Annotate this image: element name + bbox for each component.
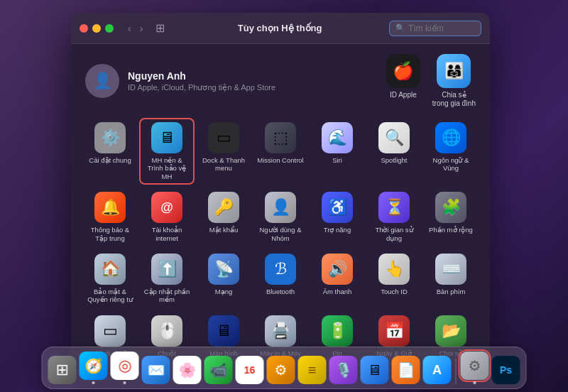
podcasts-dock-icon: 🎙️: [329, 356, 358, 384]
traffic-lights: [80, 24, 114, 33]
screentime-label: Thời gian sử dụng: [371, 226, 417, 242]
avatar[interactable]: 👤: [85, 64, 119, 98]
user-info: Nguyen Anh ID Apple, iCloud, Phương tiện…: [128, 70, 377, 92]
sw-update-label: Cập nhật phần mềm: [143, 288, 190, 304]
chrome-dock-icon: ◎: [111, 352, 139, 380]
accessibility-icon: ♿: [322, 192, 353, 223]
dock-item-preferences[interactable]: ⚙: [267, 356, 295, 384]
settings-item-language[interactable]: 🌐 Ngôn ngữ & Vùng: [423, 118, 479, 185]
dock-item-photos[interactable]: 🌸: [173, 356, 202, 384]
mission-icon: ⬚: [265, 122, 296, 153]
dock-item-keynote-dock[interactable]: 🖥: [361, 356, 389, 384]
close-button[interactable]: [80, 24, 88, 33]
safari-dock-icon: 🧭: [80, 352, 108, 380]
password-icon: 🔑: [208, 192, 239, 223]
safari-dot: [92, 381, 95, 384]
dock-item-pages[interactable]: 📄: [392, 356, 420, 384]
touchid-label: Touch ID: [381, 288, 408, 295]
settings-item-keyboard[interactable]: ⌨️ Bàn phím: [423, 249, 479, 308]
desktop-label: MH nền & Trình bảo vệ MH: [143, 156, 190, 180]
language-label: Ngôn ngữ & Vùng: [427, 156, 474, 173]
trackpad-icon: ▭: [94, 315, 126, 347]
settings-item-touchid[interactable]: 👆 Touch ID: [366, 249, 422, 308]
settings-item-bluetooth[interactable]: ℬ Bluetooth: [253, 249, 308, 308]
user-section: 👤 Nguyen Anh ID Apple, iCloud, Phương ti…: [71, 44, 490, 115]
notes-dock-icon: ≡: [298, 356, 327, 384]
settings-item-network[interactable]: 📡 Mạng: [196, 249, 251, 308]
security-label: Bảo mật & Quyền riêng tư: [87, 288, 133, 304]
settings-item-extensions[interactable]: 🧩 Phần mở rộng: [423, 187, 479, 246]
dock-separator: [456, 359, 457, 384]
maximize-button[interactable]: [105, 24, 114, 33]
mouse-icon: 🖱️: [151, 315, 182, 347]
launchpad-dock-icon: ⊞: [48, 356, 77, 384]
family-share-icon: 👨‍👩‍👧: [437, 54, 471, 88]
ps-dock-dock-icon: Ps: [492, 356, 520, 384]
dock-item-safari[interactable]: 🧭: [80, 352, 108, 384]
appstore-dock-dock-icon: A: [423, 356, 452, 384]
users-icon: 👤: [265, 192, 296, 223]
settings-item-internet[interactable]: @ Tài khoản internet: [139, 187, 195, 246]
search-input[interactable]: [408, 23, 472, 33]
back-arrow[interactable]: ‹: [125, 21, 134, 36]
avatar-icon: 👤: [93, 72, 112, 90]
dock-item-podcasts[interactable]: 🎙️: [329, 356, 358, 384]
spotlight-icon: 🔍: [378, 122, 410, 153]
dock-item-syspref-dock[interactable]: ⚙: [461, 352, 489, 384]
settings-item-sw-update[interactable]: ⬆️ Cập nhật phần mềm: [139, 249, 195, 308]
grid-view-icon[interactable]: ⊞: [155, 21, 165, 35]
user-subtitle: ID Apple, iCloud, Phương tiện & App Stor…: [128, 83, 377, 92]
sound-icon: 🔊: [322, 254, 353, 285]
dock-item-launchpad[interactable]: ⊞: [48, 356, 77, 384]
language-icon: 🌐: [435, 122, 466, 153]
titlebar: ‹ › ⊞ Tùy chọn Hệ thống 🔍: [71, 13, 490, 44]
user-name: Nguyen Anh: [128, 70, 377, 82]
bluetooth-icon: ℬ: [265, 254, 296, 285]
dock-item-ps-dock[interactable]: Ps: [492, 356, 520, 384]
battery-icon: 🔋: [322, 315, 353, 347]
dock-item-mail[interactable]: ✉️: [142, 356, 170, 384]
system-preferences-window: ‹ › ⊞ Tùy chọn Hệ thống 🔍 👤 Nguyen Anh I…: [71, 13, 490, 361]
security-icon: 🏠: [94, 254, 126, 285]
settings-item-spotlight[interactable]: 🔍 Spotlight: [366, 118, 422, 185]
dock-item-facetime[interactable]: 📹: [204, 356, 233, 384]
dock-item-calendar[interactable]: 16: [236, 356, 264, 384]
settings-item-screentime[interactable]: ⏳ Thời gian sử dụng: [366, 187, 422, 246]
mission-label: Mission Control: [257, 156, 303, 164]
dock-item-appstore-dock[interactable]: A: [423, 356, 452, 384]
family-share-button[interactable]: 👨‍👩‍👧 Chia sẻtrong gia đình: [432, 54, 476, 108]
users-label: Người dùng & Nhóm: [257, 226, 304, 242]
settings-item-users[interactable]: 👤 Người dùng & Nhóm: [253, 187, 308, 246]
settings-item-accessibility[interactable]: ♿ Trợ năng: [310, 187, 365, 246]
datetime-icon: 📅: [378, 315, 410, 347]
settings-item-desktop[interactable]: 🖥 MH nền & Trình bảo vệ MH: [139, 118, 195, 185]
screentime-icon: ⏳: [378, 192, 410, 223]
calendar-dock-icon: 16: [236, 356, 264, 384]
minimize-button[interactable]: [92, 24, 101, 33]
settings-item-siri[interactable]: 🌊 Siri: [310, 118, 365, 185]
dock-item-chrome[interactable]: ◎: [111, 352, 139, 384]
settings-grid: ⚙️ Cài đặt chung 🖥 MH nền & Trình bảo vệ…: [71, 115, 490, 361]
settings-item-sound[interactable]: 🔊 Âm thanh: [310, 249, 365, 308]
forward-arrow[interactable]: ›: [137, 21, 146, 36]
spotlight-label: Spotlight: [381, 156, 408, 164]
settings-item-dock[interactable]: ▭ Dock & Thanh menu: [196, 118, 251, 185]
syspref-dock-dock-icon: ⚙: [461, 352, 489, 380]
apple-id-button[interactable]: 🍎 ID Apple: [386, 54, 421, 99]
sharing-icon: 📂: [435, 315, 466, 347]
dock-item-notes[interactable]: ≡: [298, 356, 327, 384]
settings-item-notification[interactable]: 🔔 Thông báo & Tập trung: [82, 187, 138, 246]
settings-item-general[interactable]: ⚙️ Cài đặt chung: [82, 118, 138, 185]
siri-icon: 🌊: [322, 122, 353, 153]
settings-item-mission[interactable]: ⬚ Mission Control: [253, 118, 308, 185]
settings-item-password[interactable]: 🔑 Mật khẩu: [196, 187, 251, 246]
chrome-dot: [124, 381, 126, 384]
settings-item-security[interactable]: 🏠 Bảo mật & Quyền riêng tư: [82, 249, 138, 308]
family-share-label: Chia sẻtrong gia đình: [432, 91, 476, 108]
notification-label: Thông báo & Tập trung: [87, 226, 133, 242]
general-label: Cài đặt chung: [89, 156, 131, 164]
sw-update-icon: ⬆️: [151, 254, 182, 285]
window-title: Tùy chọn Hệ thống: [176, 23, 383, 33]
nav-arrows: ‹ ›: [125, 21, 146, 36]
extensions-label: Phần mở rộng: [429, 226, 473, 234]
